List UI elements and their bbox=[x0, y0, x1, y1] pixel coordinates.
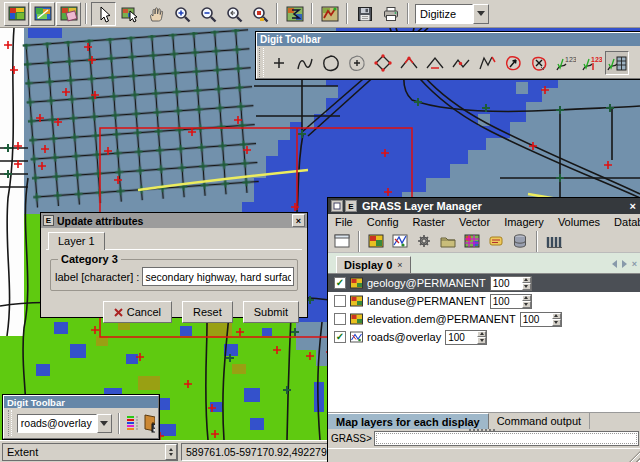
tool-mode-dropdown-button[interactable] bbox=[473, 4, 489, 24]
add-raster-icon[interactable] bbox=[365, 231, 387, 251]
profile-icon[interactable] bbox=[317, 2, 342, 26]
menu-imagery[interactable]: Imagery bbox=[497, 216, 551, 228]
split-line-icon[interactable] bbox=[449, 51, 473, 75]
toolbar-separator bbox=[407, 3, 409, 24]
layer-row-roads[interactable]: ✓ roads@overlay 100 bbox=[328, 328, 640, 346]
zoom-in-icon[interactable] bbox=[169, 2, 194, 26]
pan-icon[interactable] bbox=[143, 2, 168, 26]
add-vertex-icon[interactable] bbox=[397, 51, 421, 75]
layer-name: elevation.dem@PERMANENT bbox=[367, 313, 516, 325]
opacity-spinbox[interactable]: 100 bbox=[490, 294, 532, 309]
attribute-table-icon[interactable] bbox=[509, 231, 531, 251]
measure-icon[interactable] bbox=[282, 2, 307, 26]
add-command-icon[interactable] bbox=[413, 231, 435, 251]
save-icon[interactable] bbox=[352, 2, 377, 26]
tool-mode-combobox[interactable]: Digitize bbox=[415, 4, 489, 24]
zoom-last-icon[interactable] bbox=[221, 2, 246, 26]
move-vertex-icon[interactable] bbox=[371, 51, 395, 75]
digitize-new-line-icon[interactable] bbox=[293, 51, 317, 75]
zoom-region-icon[interactable] bbox=[247, 2, 272, 26]
display-tabs: Display 0 × × bbox=[328, 253, 640, 273]
toolbar-separator bbox=[85, 3, 87, 24]
toolbar-grip[interactable] bbox=[259, 48, 264, 77]
zoom-out-icon[interactable] bbox=[195, 2, 220, 26]
layer-checkbox[interactable]: ✓ bbox=[334, 277, 346, 289]
close-icon[interactable]: × bbox=[627, 200, 639, 212]
copy-categories-icon[interactable]: 123 bbox=[579, 51, 603, 75]
tab-list-close-icon[interactable]: × bbox=[632, 259, 637, 269]
tab-layer-1[interactable]: Layer 1 bbox=[48, 232, 105, 250]
tab-scroll-right-icon[interactable] bbox=[622, 260, 627, 268]
symbology-legend-icon[interactable] bbox=[126, 414, 138, 432]
dialog-titlebar[interactable]: E Update attributes × bbox=[41, 213, 307, 228]
digit-toolbar-window: Digit Toolbar bbox=[255, 31, 640, 80]
tab-close-icon[interactable]: × bbox=[397, 260, 402, 270]
tab-map-layers[interactable]: Map layers for each display bbox=[328, 413, 489, 429]
drag-handle[interactable] bbox=[469, 429, 495, 431]
label-field[interactable] bbox=[143, 268, 293, 285]
print-icon[interactable] bbox=[378, 2, 403, 26]
cancel-x-icon bbox=[114, 308, 123, 317]
menu-file[interactable]: File bbox=[328, 216, 360, 228]
move-element-icon[interactable] bbox=[501, 51, 525, 75]
layer-checkbox[interactable]: ✓ bbox=[334, 331, 346, 343]
statusbar-mode-combobox[interactable]: Extent bbox=[2, 443, 178, 461]
spinner-icon[interactable] bbox=[165, 444, 177, 460]
submit-button[interactable]: Submit bbox=[243, 301, 299, 323]
opacity-spinbox[interactable]: 100 bbox=[490, 276, 532, 291]
add-labels-icon[interactable] bbox=[485, 231, 507, 251]
menu-vector[interactable]: Vector bbox=[452, 216, 497, 228]
redraw-map-icon[interactable] bbox=[30, 2, 55, 26]
histogram-icon[interactable] bbox=[543, 231, 565, 251]
layer-checkbox[interactable] bbox=[334, 313, 346, 325]
layer-checkbox[interactable] bbox=[334, 295, 346, 307]
layer-row-landuse[interactable]: landuse@PERMANENT 100 bbox=[328, 292, 640, 310]
resize-grip[interactable] bbox=[628, 450, 640, 462]
open-workspace-icon[interactable] bbox=[437, 231, 459, 251]
cancel-button[interactable]: Cancel bbox=[103, 301, 172, 323]
add-vector-icon[interactable] bbox=[389, 231, 411, 251]
opacity-spinbox[interactable]: 100 bbox=[445, 330, 487, 345]
reset-button[interactable]: Reset bbox=[182, 301, 233, 323]
toolbar-separator bbox=[311, 3, 313, 24]
statusbar-mode-value: Extent bbox=[3, 446, 165, 458]
layer-name: roads@overlay bbox=[367, 331, 441, 343]
dialog-title: Update attributes bbox=[57, 215, 289, 227]
opacity-spinbox[interactable]: 100 bbox=[520, 312, 562, 327]
digitize-new-point-icon[interactable] bbox=[267, 51, 291, 75]
layer-row-elevation[interactable]: elevation.dem@PERMANENT 100 bbox=[328, 310, 640, 328]
restore-icon[interactable] bbox=[331, 200, 343, 212]
digit-toolbar-titlebar[interactable]: Digit Toolbar bbox=[257, 33, 640, 46]
digit-settings-titlebar[interactable]: Digit Toolbar bbox=[4, 396, 158, 408]
tab-scroll-left-icon[interactable] bbox=[612, 260, 617, 268]
layer-manager-titlebar[interactable]: E GRASS Layer Manager × bbox=[328, 198, 640, 214]
chevron-down-icon bbox=[477, 11, 485, 16]
layer-row-geology[interactable]: ✓ geology@PERMANENT 100 bbox=[328, 274, 640, 292]
svg-text:123: 123 bbox=[591, 56, 602, 63]
edit-line-icon[interactable] bbox=[475, 51, 499, 75]
menu-raster[interactable]: Raster bbox=[406, 216, 452, 228]
display-categories-icon[interactable]: 123 bbox=[553, 51, 577, 75]
edit-layer-combobox[interactable]: roads@overlay bbox=[17, 414, 112, 433]
menu-volumes[interactable]: Volumes bbox=[551, 216, 607, 228]
tab-command-output[interactable]: Command output bbox=[489, 413, 590, 429]
add-grid-icon[interactable] bbox=[461, 231, 483, 251]
save-and-exit-icon[interactable] bbox=[141, 413, 155, 433]
remove-vertex-icon[interactable] bbox=[423, 51, 447, 75]
erase-map-icon[interactable] bbox=[56, 2, 81, 26]
display-map-icon[interactable] bbox=[4, 2, 29, 26]
digitize-new-boundary-icon[interactable] bbox=[319, 51, 343, 75]
menu-config[interactable]: Config bbox=[360, 216, 406, 228]
query-icon[interactable] bbox=[117, 2, 142, 26]
new-display-icon[interactable] bbox=[331, 231, 353, 251]
toolbar-grip[interactable] bbox=[8, 410, 12, 436]
delete-element-icon[interactable] bbox=[527, 51, 551, 75]
command-input[interactable] bbox=[374, 431, 639, 446]
close-icon[interactable]: × bbox=[292, 214, 305, 227]
pointer-icon[interactable] bbox=[91, 2, 116, 26]
edit-layer-dropdown-button[interactable] bbox=[97, 414, 112, 433]
menu-database[interactable]: Database bbox=[607, 216, 640, 228]
tab-display-0[interactable]: Display 0 × bbox=[336, 256, 411, 273]
digitize-new-centroid-icon[interactable] bbox=[345, 51, 369, 75]
display-attributes-icon[interactable] bbox=[605, 51, 629, 75]
